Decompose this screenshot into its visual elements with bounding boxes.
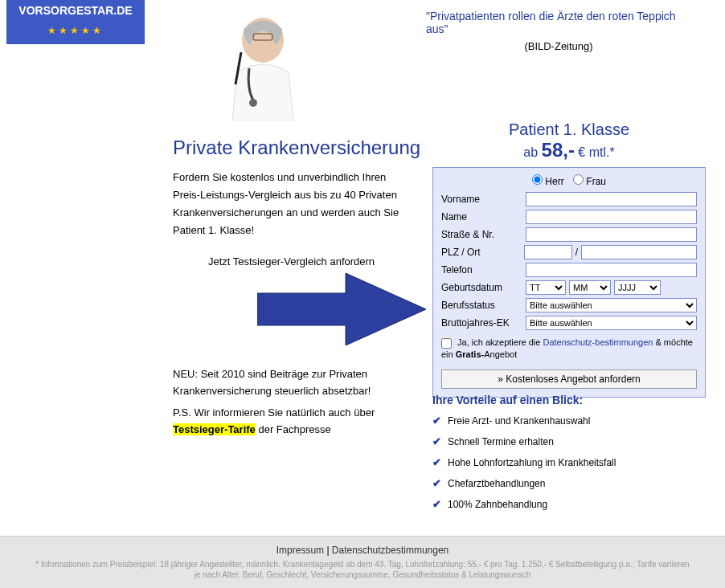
check-icon: ✔ [432,498,441,510]
label-vorname: Vorname [441,194,526,205]
testimonial-quote: "Privatpatienten rollen die Ärzte den ro… [426,10,691,52]
check-icon: ✔ [432,456,441,468]
label-name: Name [441,211,526,223]
cta-text: Jetzt Testsieger-Vergleich anfordern [173,255,410,267]
footer: Impressum | Datenschutzbestimmungen * In… [0,536,725,588]
rating-stars: ★★★★★ [6,22,145,44]
check-icon: ✔ [432,414,441,427]
arrow-icon [257,273,426,345]
input-strasse[interactable] [526,227,697,242]
label-dob: Geburtsdatum [441,282,526,293]
imprint-link[interactable]: Impressum [276,545,324,556]
submit-button[interactable]: » Kostenloses Angebot anfordern [441,370,697,389]
benefit-item: ✔Freie Arzt- und Krankenhauswahl [432,414,706,427]
radio-frau[interactable] [573,174,584,185]
label-strasse: Straße & Nr. [441,229,526,240]
ps-note: P.S. Wir informieren Sie natürlich auch … [173,405,410,439]
select-year[interactable]: JJJJ [614,280,661,295]
gender-herr[interactable]: Herr [532,176,564,187]
benefit-item: ✔100% Zahnbehandlung [432,498,706,510]
svg-marker-4 [257,273,426,345]
benefits-title: Ihre Vorteile auf einen Blick: [432,394,706,406]
lead-form: Herr Frau Vorname Name Straße & Nr. PLZ … [432,167,706,398]
select-month[interactable]: MM [569,280,611,295]
radio-herr[interactable] [532,174,543,185]
benefits-box: Ihre Vorteile auf einen Blick: ✔Freie Ar… [432,394,706,519]
input-ort[interactable] [581,245,697,259]
gender-frau[interactable]: Frau [573,176,606,187]
privacy-link-inline[interactable]: Datenschutz-bestimmungen [543,337,653,347]
doctor-image [205,8,322,120]
label-income: Bruttojahres-EK [441,317,526,329]
consent-row: Ja, ich akzeptiere die Datenschutz-besti… [441,337,697,361]
consent-checkbox[interactable] [441,338,452,349]
label-telefon: Telefon [441,264,526,276]
select-income[interactable]: Bitte auswählen [526,316,697,330]
input-vorname[interactable] [526,192,697,206]
quote-source: (BILD-Zeitung) [426,40,691,52]
svg-point-2 [249,99,257,107]
quote-text: "Privatpatienten rollen die Ärzte den ro… [426,10,691,35]
highlight-text: Testsieger-Tarife [173,423,256,435]
disclaimer-text: * Informationen zum Preisbeispiel: 18 jä… [32,559,693,580]
check-icon: ✔ [432,477,441,489]
intro-text: Fordern Sie kostenlos und unverbindlich … [173,169,410,239]
input-name[interactable] [526,210,697,224]
benefit-item: ✔Chefarztbehandlungen [432,477,706,489]
select-status[interactable]: Bitte auswählen [526,298,697,312]
select-day[interactable]: TT [526,280,566,295]
benefit-item: ✔Hohe Lohnfortzahlung im Krankheitsfall [432,456,706,468]
benefit-item: ✔Schnell Termine erhalten [432,435,706,447]
offer-headline: Patient 1. Klasse ab 58,- € mtl.* [432,120,706,161]
check-icon: ✔ [432,435,441,447]
input-telefon[interactable] [526,263,697,277]
label-status: Berufsstatus [441,300,526,311]
label-plz: PLZ / Ort [441,247,524,258]
page-heading: Private Krankenversicherung [173,137,420,159]
input-plz[interactable] [524,245,572,259]
privacy-link[interactable]: Datenschutzbestimmungen [332,545,449,556]
neu-note: NEU: Seit 2010 sind Beiträge zur Private… [173,366,410,400]
